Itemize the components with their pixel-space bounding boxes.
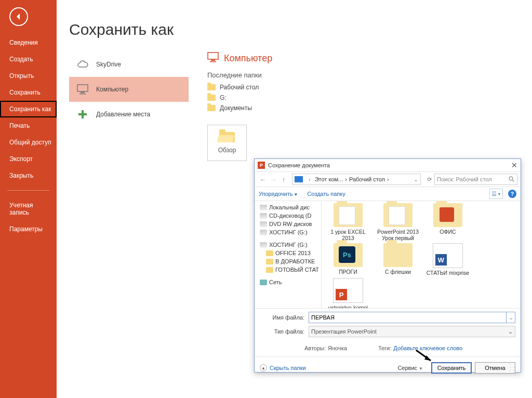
disk-icon (260, 230, 267, 235)
file-icon (433, 243, 463, 268)
sidebar-item[interactable]: Учетная запись (0, 197, 57, 221)
sidebar-item[interactable]: Сохранить (0, 84, 57, 101)
view-mode-button[interactable]: ☰▼ (489, 189, 503, 199)
dialog-nav: ← → ↑ › Этот ком...› Рабочий стол› ⌄ ⟳ П… (255, 172, 521, 187)
authors-value[interactable]: Яночка (328, 345, 347, 351)
sidebar-item[interactable]: Печать (0, 117, 57, 134)
tree-item[interactable]: В ДОРАБОТКЕ (256, 257, 320, 266)
recent-folders-label: Последние папки (207, 71, 272, 79)
recent-folder[interactable]: Документы (207, 103, 272, 113)
tags-link[interactable]: Добавьте ключевое слово (393, 345, 462, 351)
sidebar-item[interactable]: Экспорт (0, 151, 57, 167)
svg-rect-6 (211, 60, 215, 61)
nav-up-icon[interactable]: ↑ (278, 176, 289, 183)
cloud-icon (76, 60, 89, 69)
nav-fwd-icon[interactable]: → (268, 176, 278, 183)
folder-icon (207, 95, 216, 101)
filetype-select[interactable]: Презентация PowerPoint⌄ (309, 326, 515, 337)
file-item[interactable]: 1 урок EXCEL 2013 (326, 203, 370, 241)
recent-folder[interactable]: Рабочий стол (207, 82, 272, 92)
file-icon (334, 203, 363, 227)
disk-icon (260, 242, 267, 248)
location-item[interactable]: SkyDrive (69, 52, 189, 77)
folder-icon (266, 250, 273, 256)
file-item[interactable]: СТАТЬИ mixprise (425, 243, 470, 276)
location-item[interactable]: Компьютер (69, 77, 189, 102)
save-dialog: P Сохранение документа ✕ ← → ↑ › Этот ко… (254, 158, 521, 373)
browse-button[interactable]: Обзор (207, 125, 247, 161)
filename-input[interactable] (309, 312, 507, 323)
tree-item[interactable]: CD-дисковод (D (256, 211, 320, 220)
net-icon (260, 280, 267, 285)
close-icon[interactable]: ✕ (511, 161, 517, 169)
file-item[interactable]: ОФИС (425, 203, 470, 241)
tree-item[interactable]: ГОТОВЫЙ СТАТ (256, 266, 320, 274)
file-icon (334, 243, 363, 267)
file-grid[interactable]: 1 урок EXCEL 2013PowerPoint 2013 Урок пе… (322, 201, 521, 308)
sidebar-item[interactable]: Открыть (0, 68, 57, 84)
backstage-sidebar: СведенияСоздатьОткрытьСохранитьСохранить… (0, 0, 57, 398)
svg-rect-7 (210, 61, 216, 62)
open-folder-icon (219, 132, 235, 142)
folder-icon (266, 259, 273, 264)
tree-item[interactable]: Локальный дис (256, 203, 320, 211)
tree-item[interactable]: Сеть (256, 278, 320, 286)
sidebar-item[interactable]: Общий доступ (0, 134, 57, 151)
file-icon (383, 243, 413, 267)
right-pane-title: Компьютер (207, 52, 272, 65)
path-box[interactable]: › Этот ком...› Рабочий стол› ⌄ (292, 174, 421, 185)
file-icon (333, 278, 363, 303)
filetype-label: Тип файла: (260, 328, 309, 335)
computer-icon (76, 84, 89, 95)
location-item[interactable]: Добавление места (69, 102, 189, 127)
location-list: SkyDriveКомпьютерДобавление места (69, 52, 189, 127)
tree-item[interactable]: ХОСТИНГ (G:) (256, 228, 320, 236)
svg-rect-1 (81, 92, 85, 93)
help-icon[interactable]: ? (508, 190, 516, 198)
folder-icon (207, 84, 216, 90)
service-menu[interactable]: Сервис▼ (397, 365, 423, 371)
file-item[interactable]: ustrojstvo-kompj (326, 278, 370, 308)
right-pane: Компьютер Последние папки Рабочий столG:… (207, 52, 272, 161)
organize-menu[interactable]: Упорядочить▼ (259, 191, 298, 197)
nav-back-icon[interactable]: ← (258, 176, 268, 183)
pc-icon (295, 176, 303, 182)
authors-label: Авторы: (304, 345, 326, 351)
search-icon (509, 176, 515, 182)
file-icon (383, 203, 413, 227)
resize-grip[interactable]: .. .. . . (510, 362, 520, 371)
filename-label: Имя файла: (260, 314, 309, 321)
tree-item[interactable]: DVD RW дисков (256, 220, 320, 228)
plus-icon (76, 109, 89, 120)
dialog-titlebar: P Сохранение документа ✕ (255, 159, 521, 172)
sidebar-item[interactable]: Сохранить как (0, 101, 57, 117)
file-item[interactable]: С флешки (376, 243, 420, 276)
file-icon (433, 203, 462, 227)
new-folder-button[interactable]: Создать папку (307, 191, 345, 197)
tree-item[interactable]: OFFICE 2013 (256, 249, 320, 257)
tree-item[interactable]: ХОСТИНГ (G:) (256, 241, 320, 249)
sidebar-item[interactable]: Сведения (0, 34, 57, 51)
save-button[interactable]: Сохранить (431, 362, 472, 374)
sidebar-item[interactable]: Создать (0, 51, 57, 68)
recent-folder[interactable]: G: (207, 92, 272, 103)
dialog-toolbar: Упорядочить▼ Создать папку ☰▼ ? (255, 187, 521, 201)
refresh-icon[interactable]: ⟳ (424, 176, 434, 183)
back-button[interactable] (9, 7, 28, 26)
dialog-title: Сохранение документа (268, 162, 330, 168)
file-item[interactable]: PowerPoint 2013 Урок первый (376, 203, 420, 241)
disk-icon (260, 205, 267, 210)
powerpoint-icon: P (258, 162, 265, 169)
svg-rect-4 (78, 113, 87, 115)
search-input[interactable]: Поиск: Рабочий стол (434, 174, 517, 185)
computer-icon (207, 52, 219, 65)
file-item[interactable]: ПРОГИ (326, 243, 370, 276)
svg-line-9 (513, 180, 514, 182)
svg-rect-0 (77, 85, 88, 91)
page-title: Сохранить как (69, 21, 532, 38)
hide-folders-button[interactable]: Скрыть папки (260, 364, 306, 372)
sidebar-item[interactable]: Параметры (0, 221, 57, 237)
folder-tree[interactable]: Локальный дисCD-дисковод (DDVD RW дисков… (255, 201, 322, 308)
folder-icon (266, 267, 273, 273)
sidebar-item[interactable]: Закрыть (0, 167, 57, 184)
